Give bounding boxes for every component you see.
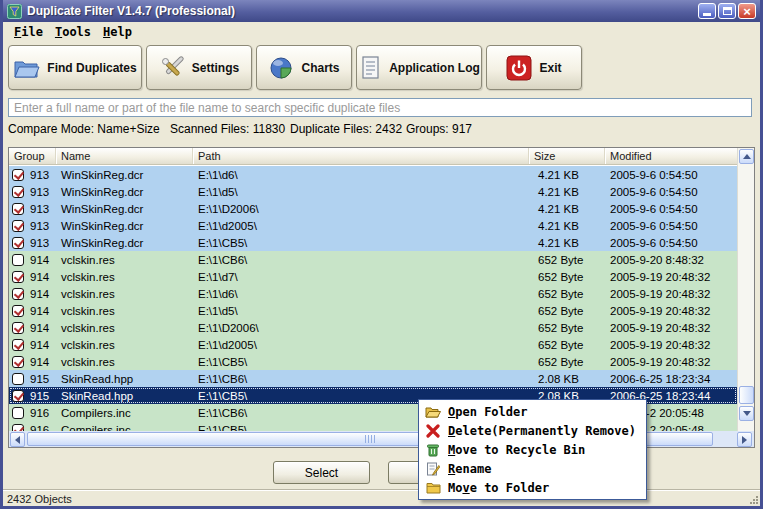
context-menu-item-label: Move to Folder (448, 481, 549, 495)
size-cell: 2.08 KB (529, 373, 605, 385)
row-checkbox-checked[interactable] (12, 424, 24, 432)
group-number: 916 (30, 407, 49, 419)
name-cell: WinSkinReg.dcr (56, 237, 193, 249)
path-cell: E:\1\d5\ (193, 305, 529, 317)
maximize-button[interactable] (718, 3, 736, 19)
toolbar-button-label: Find Duplicates (47, 61, 136, 75)
table-row[interactable]: 913WinSkinReg.dcrE:\1\CB5\4.21 KB2005-9-… (9, 234, 737, 251)
recycle-bin-icon (425, 442, 441, 457)
settings-button[interactable]: Settings (146, 45, 252, 90)
group-cell: 913 (9, 186, 56, 198)
modified-cell: 2005-9-6 0:54:50 (605, 186, 737, 198)
app-window: Duplicate Filter V1.4.7 (Professional) ×… (0, 0, 763, 509)
row-checkbox-checked[interactable] (12, 322, 24, 334)
table-row[interactable]: 914vclskin.resE:\1\CB5\652 Byte2005-9-19… (9, 353, 737, 370)
column-header-group[interactable]: Group (9, 148, 56, 164)
context-menu-item-rename[interactable]: Rename (419, 459, 646, 478)
row-checkbox-checked[interactable] (12, 271, 24, 283)
name-cell: SkinRead.hpp (56, 390, 193, 402)
table-row[interactable]: 913WinSkinReg.dcrE:\1\d5\4.21 KB2005-9-6… (9, 183, 737, 200)
row-checkbox-checked[interactable] (12, 203, 24, 215)
table-row[interactable]: 914vclskin.resE:\1\D2006\652 Byte2005-9-… (9, 319, 737, 336)
row-checkbox[interactable] (12, 373, 24, 385)
context-menu-item-open-folder[interactable]: Open Folder (419, 402, 646, 421)
table-row[interactable]: 915SkinRead.hppE:\1\CB6\2.08 KB2006-6-25… (9, 370, 737, 387)
table-row[interactable]: 914vclskin.resE:\1\d7\652 Byte2005-9-19 … (9, 268, 737, 285)
table-row[interactable]: 914vclskin.resE:\1\CB6\652 Byte2005-9-20… (9, 251, 737, 268)
group-number: 914 (30, 288, 49, 300)
name-cell: vclskin.res (56, 322, 193, 334)
context-menu-item-move-to-folder[interactable]: Move to Folder (419, 478, 646, 497)
find-duplicates-folder-icon (13, 56, 40, 80)
row-checkbox-checked[interactable] (12, 339, 24, 351)
context-menu-item-move-to-recycle[interactable]: Move to Recycle Bin (419, 440, 646, 459)
group-number: 914 (30, 356, 49, 368)
row-checkbox[interactable] (12, 254, 24, 266)
close-button[interactable]: × (738, 3, 756, 19)
name-cell: vclskin.res (56, 288, 193, 300)
menubar-item-file[interactable]: File (8, 24, 49, 40)
size-cell: 652 Byte (529, 322, 605, 334)
name-cell: WinSkinReg.dcr (56, 169, 193, 181)
exit-button[interactable]: Exit (486, 45, 582, 90)
pie-chart-icon (268, 55, 294, 81)
table-row[interactable]: 913WinSkinReg.dcrE:\1\d6\4.21 KB2005-9-6… (9, 166, 737, 183)
vertical-scrollbar-thumb[interactable] (739, 386, 754, 404)
row-checkbox-checked[interactable] (12, 356, 24, 368)
window-title: Duplicate Filter V1.4.7 (Professional) (27, 4, 693, 18)
row-checkbox-checked[interactable] (12, 237, 24, 249)
groups-stat: Groups: 917 (406, 122, 472, 136)
find-duplicates-button[interactable]: Find Duplicates (8, 45, 142, 90)
group-cell: 913 (9, 220, 56, 232)
settings-tools-icon (159, 55, 185, 81)
table-row[interactable]: 914vclskin.resE:\1\d5\652 Byte2005-9-19 … (9, 302, 737, 319)
scroll-right-button[interactable] (737, 432, 752, 447)
row-checkbox-checked[interactable] (12, 186, 24, 198)
move-folder-icon (425, 480, 441, 495)
table-row[interactable]: 913WinSkinReg.dcrE:\1\D2006\4.21 KB2005-… (9, 200, 737, 217)
group-cell: 914 (9, 254, 56, 266)
charts-button[interactable]: Charts (256, 45, 352, 90)
vertical-scrollbar[interactable] (737, 148, 754, 431)
context-menu-item-label: Move to Recycle Bin (448, 443, 585, 457)
row-checkbox-checked[interactable] (12, 288, 24, 300)
column-header-size[interactable]: Size (529, 148, 605, 164)
row-checkbox-checked[interactable] (12, 169, 24, 181)
table-row[interactable]: 913WinSkinReg.dcrE:\1\d2005\4.21 KB2005-… (9, 217, 737, 234)
column-header-path[interactable]: Path (193, 148, 529, 164)
group-number: 914 (30, 254, 49, 266)
row-checkbox-checked[interactable] (12, 220, 24, 232)
minimize-button[interactable] (698, 3, 716, 19)
application-log-button[interactable]: Application Log (356, 45, 482, 90)
path-cell: E:\1\CB5\ (193, 356, 529, 368)
menubar-item-help[interactable]: Help (97, 24, 138, 40)
name-cell: Compilers.inc (56, 424, 193, 432)
group-number: 914 (30, 339, 49, 351)
column-header-modified[interactable]: Modified (605, 148, 737, 164)
table-row[interactable]: 914vclskin.resE:\1\d6\652 Byte2005-9-19 … (9, 285, 737, 302)
path-cell: E:\1\d5\ (193, 186, 529, 198)
group-cell: 914 (9, 322, 56, 334)
resize-grip[interactable] (748, 494, 758, 504)
path-cell: E:\1\d2005\ (193, 220, 529, 232)
path-cell: E:\1\d2005\ (193, 339, 529, 351)
path-cell: E:\1\D2006\ (193, 203, 529, 215)
context-menu-item-delete[interactable]: Delete(Permanently Remove) (419, 421, 646, 440)
group-cell: 914 (9, 305, 56, 317)
search-input[interactable] (8, 98, 752, 117)
column-header-name[interactable]: Name (56, 148, 193, 164)
row-checkbox[interactable] (12, 407, 24, 419)
row-checkbox-checked[interactable] (12, 305, 24, 317)
modified-cell: 2005-9-19 20:48:32 (605, 339, 737, 351)
scroll-up-button[interactable] (739, 149, 754, 164)
size-cell: 4.21 KB (529, 186, 605, 198)
modified-cell: 2006-6-25 18:23:34 (605, 373, 737, 385)
scroll-left-button[interactable] (10, 432, 25, 447)
size-cell: 652 Byte (529, 254, 605, 266)
row-checkbox-checked[interactable] (12, 390, 24, 402)
table-row[interactable]: 914vclskin.resE:\1\d2005\652 Byte2005-9-… (9, 336, 737, 353)
modified-cell: 2005-9-19 20:48:32 (605, 288, 737, 300)
scroll-down-button[interactable] (739, 406, 754, 421)
select-button[interactable]: Select (273, 461, 370, 484)
menubar-item-tools[interactable]: Tools (49, 24, 97, 40)
